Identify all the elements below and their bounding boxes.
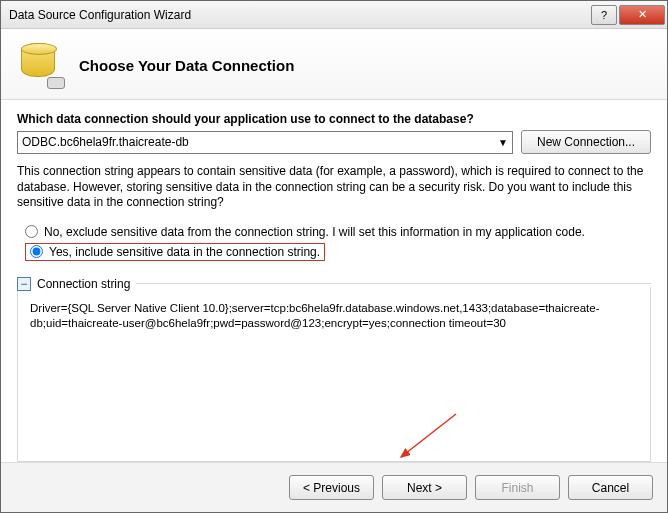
chevron-down-icon: ▼ [498,137,508,148]
sensitive-data-radios: No, exclude sensitive data from the conn… [25,221,651,265]
new-connection-button[interactable]: New Connection... [521,130,651,154]
window-controls: ? ✕ [591,5,665,25]
help-button[interactable]: ? [591,5,617,25]
radio-include-wrapper: Yes, include sensitive data in the conne… [25,243,651,261]
collapse-icon[interactable]: − [17,277,31,291]
wizard-window: Data Source Configuration Wizard ? ✕ Cho… [0,0,668,513]
radio-include-highlight: Yes, include sensitive data in the conne… [25,243,325,261]
group-title: Connection string [37,277,130,291]
radio-include-label: Yes, include sensitive data in the conne… [49,245,320,259]
connection-dropdown[interactable]: ODBC.bc6hela9fr.thaicreate-db ▼ [17,131,513,154]
content-area: Which data connection should your applic… [1,100,667,462]
wizard-footer: < Previous Next > Finish Cancel [1,462,667,512]
sensitive-data-warning: This connection string appears to contai… [17,164,651,211]
radio-exclude-label: No, exclude sensitive data from the conn… [44,225,585,239]
radio-include-input[interactable] [30,245,43,258]
database-icon [17,41,65,89]
group-divider [136,283,651,284]
connection-row: ODBC.bc6hela9fr.thaicreate-db ▼ New Conn… [17,130,651,154]
connection-string-group: − Connection string Driver={SQL Server N… [17,287,651,462]
radio-exclude-input[interactable] [25,225,38,238]
wizard-header: Choose Your Data Connection [1,29,667,100]
group-header: − Connection string [17,277,651,291]
connection-question: Which data connection should your applic… [17,112,651,126]
close-button[interactable]: ✕ [619,5,665,25]
titlebar: Data Source Configuration Wizard ? ✕ [1,1,667,29]
connection-dropdown-value: ODBC.bc6hela9fr.thaicreate-db [22,135,189,149]
cancel-button[interactable]: Cancel [568,475,653,500]
previous-button[interactable]: < Previous [289,475,374,500]
radio-exclude[interactable]: No, exclude sensitive data from the conn… [25,225,651,239]
finish-button: Finish [475,475,560,500]
page-heading: Choose Your Data Connection [79,57,294,74]
next-button[interactable]: Next > [382,475,467,500]
connection-string-value: Driver={SQL Server Native Client 10.0};s… [28,299,640,334]
window-title: Data Source Configuration Wizard [9,8,591,22]
